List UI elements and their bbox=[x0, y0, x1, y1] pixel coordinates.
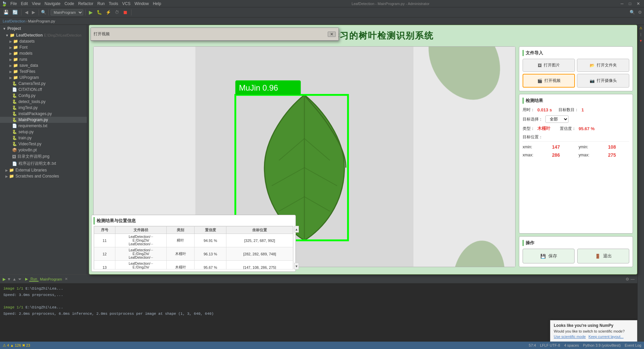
sidebar-item-setup[interactable]: 🐍 setup.py bbox=[0, 129, 87, 135]
toolbar-search-icon[interactable]: 🔍 bbox=[41, 10, 46, 15]
open-video-label: 打开视频 bbox=[544, 78, 560, 84]
sidebar-item-mainprogram[interactable]: 🐍 MainProgram.py bbox=[0, 117, 87, 123]
open-video-button[interactable]: 🎬 打开视频 bbox=[523, 74, 575, 88]
folder-icon: 📂 bbox=[590, 63, 595, 68]
readme-label: 程序运行说明文本.txt bbox=[18, 161, 56, 166]
project-header[interactable]: ▼ Project bbox=[0, 25, 87, 32]
sidebar-item-yolov8[interactable]: 📦 yolov8n.pt bbox=[0, 147, 87, 153]
sidebar-item-scratches[interactable]: ▶ 📁 Scratches and Consoles bbox=[0, 173, 87, 179]
run-restart-btn[interactable]: ▶ bbox=[3, 277, 6, 282]
sidebar-item-detect[interactable]: 🐍 detect_tools.py bbox=[0, 99, 87, 105]
breadcrumb-project[interactable]: LeafDetection bbox=[3, 19, 25, 23]
sidebar-item-readme[interactable]: 📄 程序运行说明文本.txt bbox=[0, 160, 87, 167]
sidebar-item-citation[interactable]: 📄 CITATION.cff bbox=[0, 87, 87, 93]
menu-edit[interactable]: Edit bbox=[19, 1, 30, 6]
confidence-label: 置信度： bbox=[560, 126, 576, 132]
close-btn[interactable]: ✕ bbox=[634, 1, 643, 6]
menu-file[interactable]: File bbox=[8, 1, 19, 6]
time-value: 0.013 s bbox=[537, 107, 552, 112]
sidebar-item-videotest[interactable]: 🐍 VideoTest.py bbox=[0, 141, 87, 147]
target-select-dropdown[interactable]: 全部 目标1 bbox=[545, 115, 569, 123]
table-row[interactable]: 12 LeafDetection/···E:/DingZhi/LeafDetec… bbox=[94, 247, 293, 261]
run-minimize-btn[interactable]: — bbox=[631, 277, 635, 282]
root-path: E:\DingZhi\LeafDetection bbox=[44, 34, 81, 37]
run-settings-btn[interactable]: ⚙ bbox=[626, 277, 629, 282]
sidebar-item-root[interactable]: ▼ 📁 LeafDetection E:\DingZhi\LeafDetecti… bbox=[0, 32, 87, 38]
toolbar-search-right[interactable]: 🔍 bbox=[630, 10, 635, 15]
sidebar-item-train[interactable]: 🐍 train.py bbox=[0, 135, 87, 141]
sidebar-item-datasets[interactable]: ▶ 📁 datasets bbox=[0, 38, 87, 44]
run-scroll-btn[interactable]: ⏷ bbox=[18, 277, 22, 282]
sidebar-item-models[interactable]: ▶ 📁 models bbox=[0, 50, 87, 56]
uiprogram-label: UIProgram bbox=[19, 75, 39, 80]
menu-help[interactable]: Help bbox=[151, 1, 163, 6]
sidebar-item-external[interactable]: ▶ 📁 External Libraries bbox=[0, 167, 87, 173]
menu-refactor[interactable]: Refactor bbox=[76, 1, 95, 6]
save-button[interactable]: 💾 保存 bbox=[523, 249, 575, 263]
scroll-up-btn[interactable]: ▲ bbox=[294, 226, 299, 233]
toolbar-save-btn[interactable]: 💾 bbox=[2, 9, 10, 15]
breadcrumb-file[interactable]: MainProgram.py bbox=[28, 19, 55, 23]
sidebar-item-runs[interactable]: ▶ 📁 runs bbox=[0, 56, 87, 62]
menu-navigate[interactable]: Navigate bbox=[43, 1, 62, 6]
menu-run[interactable]: Run bbox=[95, 1, 107, 6]
gutter-scroll-icon[interactable]: | bbox=[640, 33, 641, 36]
sidebar-item-font[interactable]: ▶ 📁 Font bbox=[0, 44, 87, 50]
menu-vcs[interactable]: VCS bbox=[120, 1, 132, 6]
sidebar-item-uiprogram[interactable]: ▶ 📁 UIProgram bbox=[0, 74, 87, 81]
open-camera-button[interactable]: 📷 打开摄像头 bbox=[577, 74, 629, 88]
dirpng-icon: 🖼 bbox=[12, 154, 16, 159]
sidebar-item-imgtest[interactable]: 🐍 imgTest.py bbox=[0, 105, 87, 111]
menu-window[interactable]: Window bbox=[132, 1, 151, 6]
cameratest-label: CameraTest.py bbox=[18, 81, 46, 86]
dialog-close-btn[interactable]: ✕ bbox=[328, 32, 336, 37]
status-python: Python 3.9 (yolov8test) bbox=[583, 343, 621, 347]
debug-button[interactable]: 🐛 bbox=[95, 9, 103, 15]
status-warnings[interactable]: ⚠ 4 ▲ 126 ✖ 23 bbox=[3, 343, 30, 348]
numpy-link-scientific[interactable]: Use scientific mode bbox=[554, 335, 586, 339]
run-tab-label[interactable]: Run bbox=[29, 277, 39, 282]
sidebar-item-requirements[interactable]: 📄 requirements.txt bbox=[0, 123, 87, 129]
exit-button[interactable]: 🚪 退出 bbox=[577, 249, 629, 263]
sidebar-item-dirpng[interactable]: 🖼 目录文件说明.png bbox=[0, 153, 87, 160]
toolbar-sync-btn[interactable]: 🔄 bbox=[11, 9, 19, 15]
toolbar-back-btn[interactable]: ◀ bbox=[23, 9, 30, 15]
menu-tools[interactable]: Tools bbox=[107, 1, 120, 6]
run-button[interactable]: ▶ bbox=[88, 9, 94, 16]
sidebar-item-savedata[interactable]: ▶ 📁 save_data bbox=[0, 62, 87, 68]
sidebar-item-installpkg[interactable]: 🐍 installPackages.py bbox=[0, 111, 87, 117]
run-up-btn[interactable]: ▲ bbox=[12, 277, 16, 282]
col-coords: 坐标位置 bbox=[226, 227, 293, 234]
numpy-link-keep[interactable]: Keep current layout... bbox=[588, 335, 624, 339]
sidebar-item-cameratest[interactable]: 🐍 CameraTest.py bbox=[0, 81, 87, 87]
stop-button[interactable]: ⏹ bbox=[121, 9, 129, 16]
minimize-btn[interactable]: ─ bbox=[618, 1, 626, 6]
toolbar-forward-btn[interactable]: ▶ bbox=[31, 9, 37, 15]
sidebar-item-testfiles[interactable]: ▶ 📁 TestFiles bbox=[0, 68, 87, 74]
profile-button[interactable]: ⏱ bbox=[113, 9, 120, 15]
menu-view[interactable]: View bbox=[30, 1, 43, 6]
type-label: 类型： bbox=[523, 126, 535, 132]
toolbar-settings-icon[interactable]: ⚙ bbox=[638, 10, 642, 15]
maximize-btn[interactable]: □ bbox=[626, 1, 634, 6]
table-row[interactable]: 13 LeafDetection/···E:/DingZhi/LeafDetec… bbox=[94, 261, 293, 270]
run-down-btn[interactable]: ▼ bbox=[7, 277, 11, 282]
coverage-button[interactable]: ⚡ bbox=[104, 9, 112, 15]
menu-code[interactable]: Code bbox=[62, 1, 76, 6]
open-image-button[interactable]: 🖼 打开图片 bbox=[523, 59, 575, 72]
open-folder-button[interactable]: 📂 打开文件夹 bbox=[577, 59, 629, 72]
row13-type: 木槿叶 bbox=[167, 261, 194, 270]
scroll-down-btn[interactable]: ▼ bbox=[294, 263, 299, 269]
target-count-value: 1 bbox=[581, 107, 584, 112]
project-dropdown[interactable]: MainProgram bbox=[51, 9, 83, 15]
run-close-btn[interactable]: ✕ bbox=[65, 277, 68, 281]
videotest-label: VideoTest.py bbox=[18, 142, 42, 146]
testfiles-arrow-icon: ▶ bbox=[9, 70, 12, 73]
uiprogram-arrow-icon: ▶ bbox=[9, 76, 12, 80]
detect-label: detect_tools.py bbox=[18, 99, 46, 104]
open-folder-label: 打开文件夹 bbox=[597, 62, 617, 68]
font-arrow-icon: ▶ bbox=[9, 46, 12, 49]
sidebar-item-config[interactable]: 🐍 Config.py bbox=[0, 93, 87, 99]
table-row[interactable]: 11 LeafDetection/···E:/DingZhi/LeafDetec… bbox=[94, 234, 293, 247]
status-event-log[interactable]: Event Log bbox=[625, 343, 641, 347]
